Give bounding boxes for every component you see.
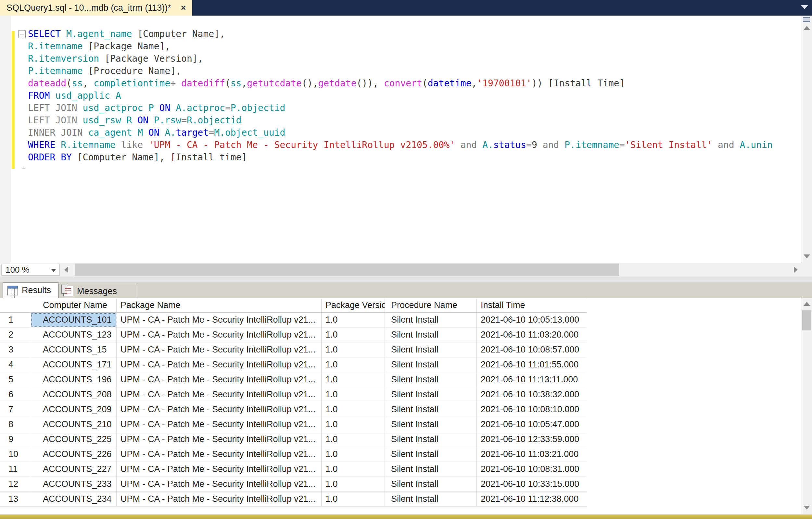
grid-cell[interactable]: 1.0 [322, 387, 385, 402]
row-number-cell[interactable]: 5 [0, 372, 31, 387]
grid-cell[interactable]: Silent Install [385, 357, 477, 372]
sql-editor[interactable]: − SELECT M.agent_name [Computer Name],R.… [0, 16, 801, 263]
grid-column-header[interactable]: Procedure Name [385, 298, 477, 312]
grid-cell[interactable]: 1.0 [322, 328, 385, 342]
grid-cell[interactable]: ACCOUNTS_234 [31, 492, 117, 507]
grid-cell[interactable]: 2021-06-10 10:05:13.000 [477, 312, 587, 328]
code-line[interactable]: R.itemname [Package Name], [28, 40, 773, 53]
grid-cell[interactable]: 1.0 [322, 417, 385, 432]
row-number-cell[interactable]: 2 [0, 328, 31, 342]
grid-cell[interactable]: 2021-06-10 10:38:32.000 [477, 387, 587, 402]
code-line[interactable]: P.itemname [Procedure Name], [28, 65, 773, 77]
grid-cell[interactable]: Silent Install [385, 387, 477, 402]
close-icon[interactable]: × [181, 3, 186, 13]
grid-cell[interactable]: UPM - CA - Patch Me - Security IntelliRo… [117, 357, 322, 372]
grid-column-header[interactable]: Package Name [117, 298, 322, 312]
grid-cell[interactable]: 2021-06-10 11:01:55.000 [477, 357, 587, 372]
grid-cell[interactable]: 2021-06-10 10:08:10.000 [477, 402, 587, 417]
grid-cell[interactable]: ACCOUNTS_171 [31, 357, 117, 372]
results-vertical-scrollbar[interactable] [801, 298, 812, 515]
grid-cell[interactable]: ACCOUNTS_101 [31, 312, 117, 328]
grid-cell[interactable]: ACCOUNTS_208 [31, 387, 117, 402]
code-line[interactable]: INNER JOIN ca_agent M ON A.target=M.obje… [28, 127, 773, 139]
grid-column-header[interactable]: Package Version [322, 298, 385, 312]
code-line[interactable]: dateadd(ss, completiontime+ datediff(ss,… [28, 77, 773, 90]
grid-cell[interactable]: UPM - CA - Patch Me - Security IntelliRo… [117, 447, 322, 462]
grid-cell[interactable]: 1.0 [322, 342, 385, 357]
grid-cell[interactable]: ACCOUNTS_210 [31, 417, 117, 432]
row-number-cell[interactable]: 11 [0, 462, 31, 477]
grid-cell[interactable]: ACCOUNTS_196 [31, 372, 117, 387]
grid-cell[interactable]: UPM - CA - Patch Me - Security IntelliRo… [117, 372, 322, 387]
hscroll-track[interactable] [73, 263, 790, 277]
grid-cell[interactable]: UPM - CA - Patch Me - Security IntelliRo… [117, 328, 322, 342]
grid-cell[interactable]: 1.0 [322, 477, 385, 492]
grid-cell[interactable]: UPM - CA - Patch Me - Security IntelliRo… [117, 342, 322, 357]
grid-cell[interactable]: UPM - CA - Patch Me - Security IntelliRo… [117, 462, 322, 477]
sql-code[interactable]: SELECT M.agent_name [Computer Name],R.it… [28, 28, 773, 163]
grid-cell[interactable]: 2021-06-10 12:33:59.000 [477, 432, 587, 447]
row-number-cell[interactable]: 13 [0, 492, 31, 507]
grid-cell[interactable]: UPM - CA - Patch Me - Security IntelliRo… [117, 417, 322, 432]
grid-cell[interactable]: Silent Install [385, 342, 477, 357]
grid-column-header[interactable]: Install Time [477, 298, 587, 312]
grid-cell[interactable]: 1.0 [322, 462, 385, 477]
grid-cell[interactable]: 2021-06-10 11:03:21.000 [477, 447, 587, 462]
combo-dropdown-icon[interactable] [51, 269, 56, 272]
scroll-down-icon[interactable] [804, 506, 810, 510]
scroll-down-icon[interactable] [804, 254, 810, 258]
row-number-cell[interactable]: 3 [0, 342, 31, 357]
grid-cell[interactable]: 1.0 [322, 432, 385, 447]
code-line[interactable]: LEFT JOIN usd_actproc P ON A.actproc=P.o… [28, 102, 773, 114]
grid-cell[interactable]: 1.0 [322, 312, 385, 328]
pane-splitter[interactable] [0, 277, 812, 282]
grid-cell[interactable]: UPM - CA - Patch Me - Security IntelliRo… [117, 312, 322, 328]
grid-cell[interactable]: 1.0 [322, 492, 385, 507]
grid-cell[interactable]: 2021-06-10 11:12:38.000 [477, 492, 587, 507]
grid-cell[interactable]: ACCOUNTS_227 [31, 462, 117, 477]
grid-cell[interactable]: Silent Install [385, 492, 477, 507]
scroll-up-icon[interactable] [804, 302, 810, 306]
grid-cell[interactable]: Silent Install [385, 432, 477, 447]
scroll-right-button[interactable] [790, 263, 801, 277]
grid-cell[interactable]: Silent Install [385, 312, 477, 328]
grid-cell[interactable]: 2021-06-10 10:08:31.000 [477, 462, 587, 477]
grid-cell[interactable]: UPM - CA - Patch Me - Security IntelliRo… [117, 387, 322, 402]
grid-cell[interactable]: 2021-06-10 11:13:11.000 [477, 372, 587, 387]
split-window-grip-icon[interactable] [803, 17, 810, 22]
row-number-cell[interactable]: 9 [0, 432, 31, 447]
grid-cell[interactable]: ACCOUNTS_226 [31, 447, 117, 462]
collapse-icon[interactable]: − [18, 31, 26, 38]
grid-cell[interactable]: UPM - CA - Patch Me - Security IntelliRo… [117, 402, 322, 417]
grid-cell[interactable]: Silent Install [385, 328, 477, 342]
grid-corner-header[interactable] [0, 298, 31, 312]
row-number-cell[interactable]: 12 [0, 477, 31, 492]
grid-cell[interactable]: ACCOUNTS_15 [31, 342, 117, 357]
grid-cell[interactable]: 2021-06-10 10:33:15.000 [477, 477, 587, 492]
grid-cell[interactable]: Silent Install [385, 462, 477, 477]
scroll-up-icon[interactable] [804, 26, 810, 30]
tab-results[interactable]: Results [3, 282, 58, 298]
grid-cell[interactable]: Silent Install [385, 477, 477, 492]
grid-cell[interactable]: 2021-06-10 11:03:20.000 [477, 328, 587, 342]
grid-cell[interactable]: Silent Install [385, 372, 477, 387]
row-number-cell[interactable]: 4 [0, 357, 31, 372]
grid-cell[interactable]: UPM - CA - Patch Me - Security IntelliRo… [117, 432, 322, 447]
code-line[interactable]: WHERE R.itemname like 'UPM - CA - Patch … [28, 139, 773, 151]
grid-cell[interactable]: 1.0 [322, 402, 385, 417]
tab-messages[interactable]: Messages [58, 284, 137, 298]
grid-cell[interactable]: 2021-06-10 10:05:47.000 [477, 417, 587, 432]
code-line[interactable]: LEFT JOIN usd_rsw R ON P.rsw=R.objectid [28, 114, 773, 127]
row-number-cell[interactable]: 10 [0, 447, 31, 462]
zoom-level-combobox[interactable]: 100 % [1, 264, 60, 276]
hscroll-thumb[interactable] [75, 264, 619, 276]
row-number-cell[interactable]: 6 [0, 387, 31, 402]
code-line[interactable]: R.itemversion [Package Version], [28, 53, 773, 65]
grid-cell[interactable]: ACCOUNTS_123 [31, 328, 117, 342]
grid-cell[interactable]: ACCOUNTS_225 [31, 432, 117, 447]
grid-cell[interactable]: ACCOUNTS_233 [31, 477, 117, 492]
grid-column-header[interactable]: Computer Name [31, 298, 117, 312]
editor-vertical-scrollbar[interactable] [801, 16, 812, 263]
code-line[interactable]: ORDER BY [Computer Name], [Install time] [28, 151, 773, 163]
row-number-cell[interactable]: 1 [0, 312, 31, 328]
